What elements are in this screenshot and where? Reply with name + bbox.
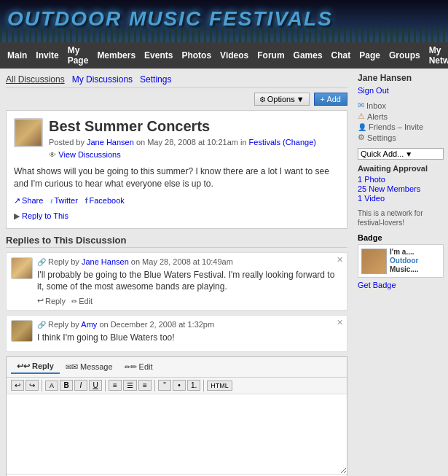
reply-edit-link[interactable]: Edit — [71, 296, 93, 305]
reply-meta-2: 🔗 Reply by Amy on December 2, 2008 at 1:… — [37, 320, 342, 329]
toolbar-align-left[interactable]: ≡ — [109, 380, 122, 391]
discussion-location-link[interactable]: Festivals — [249, 138, 280, 147]
badge-text: I'm a.... Outdoor Music.... — [390, 248, 418, 274]
reply-reply-link[interactable]: Reply — [37, 296, 66, 305]
nav-events[interactable]: Events — [144, 50, 173, 61]
awaiting-photo[interactable]: 1 Photo — [358, 175, 444, 184]
edit-icon — [71, 297, 77, 305]
subnav-settings[interactable]: Settings — [140, 74, 171, 85]
arrow-icon: ▶ — [14, 211, 20, 220]
options-button[interactable]: Options ▼ — [254, 93, 310, 106]
twitter-link[interactable]: Twitter — [50, 196, 77, 206]
toolbar-redo[interactable]: ↪ — [25, 380, 39, 391]
toolbar-align-center[interactable]: ☰ — [123, 380, 137, 391]
quick-add[interactable]: Quick Add... ▼ — [358, 148, 444, 160]
reply-item: ✕ 🔗 Reply by Jane Hansen on May 28, 2008… — [6, 252, 347, 311]
options-icon — [259, 95, 266, 104]
friends-link[interactable]: Friends – Invite — [369, 122, 423, 131]
close-icon[interactable]: ✕ — [337, 255, 343, 265]
toolbar-quote[interactable]: " — [158, 380, 171, 391]
reply-form-toolbar: ↩ ↪ A B I U ≡ ☰ ≡ " • 1. HTML — [7, 378, 347, 394]
reply-author-link[interactable]: Jane Hansen — [82, 257, 129, 266]
nav-main[interactable]: Main — [7, 50, 27, 61]
close-icon-2[interactable]: ✕ — [337, 318, 343, 327]
discussion-change-link[interactable]: (Change) — [283, 138, 316, 147]
sidebar-alerts: Alerts — [358, 112, 444, 121]
sidebar-user-section: Jane Hansen Sign Out — [358, 73, 444, 95]
get-badge-link[interactable]: Get Badge — [358, 281, 396, 289]
nav-mypage[interactable]: My Page — [68, 45, 89, 66]
nav-photos[interactable]: Photos — [181, 50, 211, 61]
reply-textarea[interactable] — [7, 394, 347, 475]
toolbar-sep-1 — [42, 380, 42, 391]
eye-icon: 👁 — [49, 151, 56, 159]
content-wrapper: All Discussions My Discussions Settings … — [0, 69, 448, 476]
nav-invite[interactable]: Invite — [36, 50, 58, 61]
nav-page[interactable]: Page — [359, 50, 380, 61]
sidebar-inbox: Inbox — [358, 101, 444, 110]
sign-out-link[interactable]: Sign Out — [358, 86, 444, 95]
inbox-link[interactable]: Inbox — [366, 101, 386, 110]
toolbar-html[interactable]: HTML — [207, 381, 232, 391]
replies-header: Replies to This Discussion — [6, 235, 347, 248]
chain-icon: 🔗 — [37, 258, 46, 266]
nav-groups[interactable]: Groups — [389, 50, 420, 61]
reply-actions: Reply Edit — [37, 296, 342, 305]
toolbar-numbered[interactable]: 1. — [187, 380, 200, 391]
toolbar-align-right[interactable]: ≡ — [138, 380, 152, 391]
toolbar-italic[interactable]: I — [74, 380, 87, 391]
add-button[interactable]: + Add — [314, 93, 347, 106]
toolbar-undo[interactable]: ↩ — [11, 380, 24, 391]
badge-box: I'm a.... Outdoor Music.... — [358, 244, 444, 278]
edit-tab-icon: ✏ — [125, 362, 137, 372]
nav-members[interactable]: Members — [97, 50, 135, 61]
nav-forum[interactable]: Forum — [257, 50, 284, 61]
discussion-info: Best Summer Concerts Posted by Jane Hans… — [49, 118, 316, 160]
main-nav: Main Invite My Page Members Events Photo… — [0, 42, 448, 69]
reply-author-link-2[interactable]: Amy — [81, 320, 97, 329]
tab-message[interactable]: ✉ Message — [60, 360, 119, 374]
chain-icon-2: 🔗 — [37, 321, 46, 329]
reply-content-2: 🔗 Reply by Amy on December 2, 2008 at 1:… — [37, 320, 342, 347]
awaiting-members[interactable]: 25 New Members — [358, 184, 444, 193]
reply-content: 🔗 Reply by Jane Hansen on May 28, 2008 a… — [37, 257, 342, 306]
discussion-body: What shows will you be going to this sum… — [14, 165, 339, 190]
nav-mynetwork[interactable]: My Network — [429, 45, 448, 66]
main-content: All Discussions My Discussions Settings … — [0, 69, 353, 476]
share-icon — [14, 196, 20, 206]
tab-edit[interactable]: ✏ Edit — [119, 360, 159, 374]
twitter-icon — [50, 196, 52, 205]
discussion-meta: Posted by Jane Hansen on May 28, 2008 at… — [49, 138, 316, 147]
awaiting-video[interactable]: 1 Video — [358, 194, 444, 203]
tab-reply[interactable]: ↩ Reply — [11, 360, 60, 374]
share-link[interactable]: Share — [14, 196, 43, 206]
toolbar-underline[interactable]: U — [89, 380, 102, 391]
subnav-my-discussions[interactable]: My Discussions — [72, 74, 133, 85]
discussion-author-link[interactable]: Jane Hansen — [87, 138, 134, 147]
awaiting-section: Awaiting Approval 1 Photo 25 New Members… — [358, 164, 444, 203]
view-discussions-link[interactable]: View Discussions — [58, 150, 120, 159]
sidebar-settings: Settings — [358, 133, 444, 142]
reply-form-tabs: ↩ Reply ✉ Message ✏ Edit — [7, 357, 347, 378]
network-note: This is a network for festival-lovers! — [358, 208, 444, 227]
nav-chat[interactable]: Chat — [331, 50, 351, 61]
alerts-link[interactable]: Alerts — [367, 112, 388, 121]
sidebar-nav-section: Inbox Alerts Friends – Invite Settings — [358, 101, 444, 142]
nav-games[interactable]: Games — [294, 50, 323, 61]
toolbar-bullets[interactable]: • — [173, 380, 186, 391]
message-tab-icon: ✉ — [66, 362, 78, 372]
discussion-title: Best Summer Concerts — [49, 118, 316, 135]
reply-icon — [37, 296, 44, 305]
options-dropdown-icon: ▼ — [296, 95, 304, 104]
network-note-section: This is a network for festival-lovers! — [358, 208, 444, 227]
settings-link[interactable]: Settings — [367, 133, 396, 142]
reply-tab-icon: ↩ — [17, 362, 30, 371]
facebook-link[interactable]: Facebook — [85, 196, 125, 206]
awaiting-header: Awaiting Approval — [358, 164, 444, 173]
reply-to-this-link[interactable]: Reply to This — [22, 211, 68, 220]
toolbar-bold[interactable]: B — [60, 380, 73, 391]
subnav-all-discussions[interactable]: All Discussions — [6, 74, 65, 85]
nav-videos[interactable]: Videos — [220, 50, 248, 61]
toolbar-font[interactable]: A — [45, 381, 58, 391]
sidebar-username: Jane Hansen — [358, 73, 444, 83]
